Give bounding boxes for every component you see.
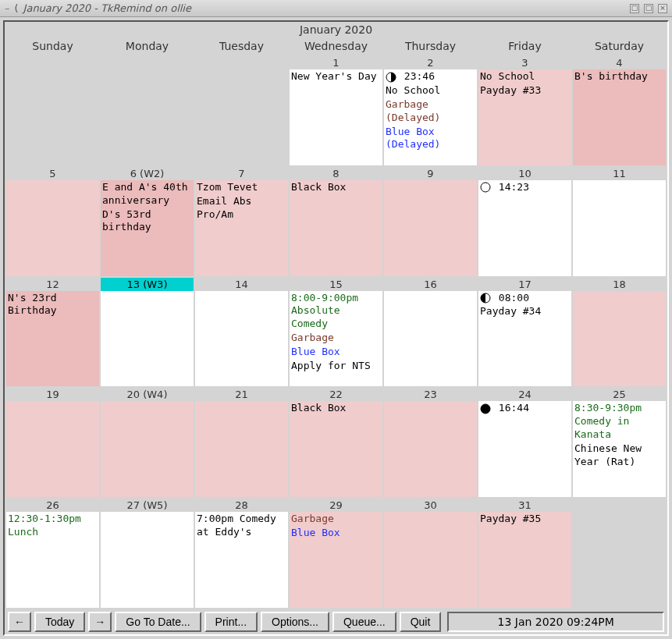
day-body[interactable]: 8:00-9:00pm Absolute ComedyGarbageBlue B…: [290, 291, 382, 387]
calendar-cell[interactable]: 158:00-9:00pm Absolute ComedyGarbageBlue…: [290, 278, 382, 387]
calendar-cell[interactable]: 287:00pm Comedy at Eddy's: [195, 499, 288, 608]
calendar-cell[interactable]: 7Tzom TevetEmail Abs Pro/Am: [195, 167, 288, 276]
calendar-event[interactable]: Blue Box: [291, 527, 381, 540]
calendar-cell[interactable]: 258:30-9:30pm Comedy in KanataChinese Ne…: [573, 388, 666, 497]
print-button[interactable]: Print...: [204, 612, 258, 632]
calendar-cell[interactable]: 18: [573, 278, 666, 387]
options-button[interactable]: Options...: [261, 612, 329, 632]
calendar-cell[interactable]: 30: [384, 499, 477, 608]
calendar-cell[interactable]: 24 16:44: [478, 388, 571, 497]
calendar-event[interactable]: 7:00pm Comedy at Eddy's: [197, 513, 286, 539]
calendar-event[interactable]: 8:00-9:00pm Absolute Comedy: [291, 292, 381, 332]
calendar-cell[interactable]: 13 (W3): [101, 278, 194, 387]
day-body[interactable]: [573, 500, 666, 608]
calendar-event[interactable]: Blue Box (Delayed): [386, 126, 475, 152]
calendar-cell[interactable]: 2612:30-1:30pm Lunch: [6, 499, 99, 608]
day-body[interactable]: [384, 512, 477, 608]
maximize-button[interactable]: □: [644, 4, 653, 13]
calendar-event[interactable]: Payday #35: [480, 513, 570, 526]
day-body[interactable]: N's 23rd Birthday: [6, 291, 99, 387]
minimize-button[interactable]: □: [630, 4, 639, 13]
day-body[interactable]: [101, 512, 194, 608]
calendar-cell[interactable]: 17 08:00Payday #34: [478, 278, 571, 387]
day-body[interactable]: Tzom TevetEmail Abs Pro/Am: [195, 180, 288, 276]
day-body[interactable]: [6, 180, 99, 276]
calendar-event[interactable]: B's birthday: [574, 70, 664, 83]
calendar-event[interactable]: E and A's 40th anniversary: [102, 181, 192, 208]
calendar-event[interactable]: Garbage: [291, 513, 381, 526]
calendar-event[interactable]: No School: [386, 84, 475, 98]
calendar-cell[interactable]: 10 14:23: [478, 167, 571, 276]
calendar-event[interactable]: D's 53rd birthday: [102, 208, 192, 235]
day-body[interactable]: No SchoolPayday #33: [478, 69, 571, 165]
quit-button[interactable]: Quit: [400, 612, 442, 632]
calendar-cell[interactable]: 9: [384, 167, 477, 276]
calendar-cell[interactable]: 11: [573, 167, 666, 276]
calendar-cell[interactable]: 22Black Box: [290, 388, 382, 497]
calendar-event[interactable]: Garbage (Delayed): [386, 98, 475, 125]
day-body[interactable]: [384, 180, 477, 276]
day-body[interactable]: [6, 58, 99, 165]
calendar-cell[interactable]: [101, 56, 194, 165]
day-body[interactable]: [195, 291, 288, 387]
calendar-event[interactable]: Garbage: [291, 332, 381, 345]
day-body[interactable]: [101, 291, 194, 387]
today-button[interactable]: Today: [34, 612, 85, 632]
calendar-cell[interactable]: [573, 499, 666, 608]
calendar-cell[interactable]: 4B's birthday: [573, 56, 666, 165]
day-body[interactable]: [195, 58, 288, 165]
calendar-event[interactable]: Payday #33: [480, 84, 570, 98]
day-body[interactable]: 08:00Payday #34: [478, 291, 571, 387]
day-body[interactable]: 14:23: [478, 180, 571, 276]
calendar-cell[interactable]: 19: [6, 388, 99, 497]
window-menu-icon[interactable]: –: [5, 2, 10, 14]
calendar-event[interactable]: 8:30-9:30pm Comedy in Kanata: [574, 402, 664, 442]
calendar-event[interactable]: Tzom Tevet: [197, 181, 286, 194]
calendar-cell[interactable]: 31Payday #35: [478, 499, 571, 608]
calendar-event[interactable]: 12:30-1:30pm Lunch: [8, 513, 98, 539]
day-body[interactable]: B's birthday: [573, 69, 666, 165]
calendar-cell[interactable]: 12N's 23rd Birthday: [6, 278, 99, 387]
calendar-event[interactable]: 16:44: [480, 402, 570, 415]
calendar-cell[interactable]: 20 (W4): [101, 388, 194, 497]
calendar-event[interactable]: Payday #34: [480, 305, 570, 318]
calendar-cell[interactable]: [6, 56, 99, 165]
day-body[interactable]: [6, 401, 99, 497]
day-body[interactable]: [384, 291, 477, 387]
calendar-cell[interactable]: 3No SchoolPayday #33: [478, 56, 571, 165]
next-month-button[interactable]: →: [88, 612, 112, 632]
day-body[interactable]: E and A's 40th anniversaryD's 53rd birth…: [101, 180, 194, 276]
calendar-cell[interactable]: 16: [384, 278, 477, 387]
calendar-event[interactable]: Black Box: [291, 402, 381, 415]
day-body[interactable]: [101, 401, 194, 497]
calendar-event[interactable]: Black Box: [291, 181, 381, 194]
day-body[interactable]: 12:30-1:30pm Lunch: [6, 512, 99, 608]
day-body[interactable]: [384, 401, 477, 497]
day-body[interactable]: [573, 180, 666, 276]
day-body[interactable]: Black Box: [290, 180, 382, 276]
calendar-cell[interactable]: 1New Year's Day: [290, 56, 382, 165]
calendar-event[interactable]: 14:23: [480, 181, 570, 194]
calendar-event[interactable]: Chinese New Year (Rat): [574, 442, 664, 469]
close-button[interactable]: ×: [658, 4, 667, 13]
day-body[interactable]: 16:44: [478, 401, 571, 497]
calendar-event[interactable]: New Year's Day: [291, 70, 381, 83]
calendar-event[interactable]: Email Abs Pro/Am: [197, 195, 286, 222]
calendar-cell[interactable]: 29GarbageBlue Box: [290, 499, 382, 608]
calendar-cell[interactable]: 2 23:46No SchoolGarbage (Delayed)Blue Bo…: [384, 56, 477, 165]
calendar-event[interactable]: 08:00: [480, 292, 570, 305]
calendar-cell[interactable]: 27 (W5): [101, 499, 194, 608]
window-titlebar[interactable]: – ( January 2020 - TkRemind on ollie □ □…: [0, 0, 672, 17]
day-body[interactable]: [195, 401, 288, 497]
day-body[interactable]: 7:00pm Comedy at Eddy's: [195, 512, 288, 608]
day-body[interactable]: 23:46No SchoolGarbage (Delayed)Blue Box …: [384, 69, 477, 165]
day-body[interactable]: [101, 58, 194, 165]
day-body[interactable]: Payday #35: [478, 512, 571, 608]
calendar-cell[interactable]: 6 (W2)E and A's 40th anniversaryD's 53rd…: [101, 167, 194, 276]
calendar-cell[interactable]: 8Black Box: [290, 167, 382, 276]
calendar-event[interactable]: Apply for NTS: [291, 360, 381, 373]
day-body[interactable]: Black Box: [290, 401, 382, 497]
calendar-cell[interactable]: 14: [195, 278, 288, 387]
queue-button[interactable]: Queue...: [332, 612, 396, 632]
day-body[interactable]: New Year's Day: [290, 69, 382, 165]
